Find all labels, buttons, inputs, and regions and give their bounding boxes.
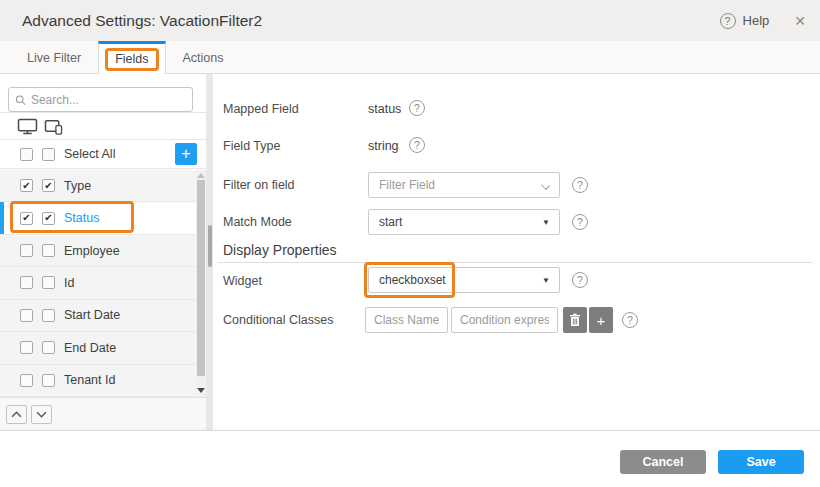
field-row-label: Status bbox=[64, 211, 99, 225]
conditional-classes-label: Conditional Classes bbox=[223, 313, 333, 327]
field-row-label: Tenant Id bbox=[64, 373, 115, 387]
header-actions: ? Help ✕ bbox=[720, 0, 806, 41]
sidebar-footer bbox=[0, 397, 206, 430]
select-all-mobile-checkbox[interactable] bbox=[42, 148, 55, 161]
filter-on-field-help-icon[interactable]: ? bbox=[572, 177, 588, 193]
start-date-mobile-checkbox[interactable] bbox=[42, 309, 55, 322]
class-name-input[interactable] bbox=[365, 307, 448, 333]
status-mobile-checkbox[interactable] bbox=[42, 212, 55, 225]
advanced-settings-dialog: Advanced Settings: VacationFilter2 ? Hel… bbox=[0, 0, 820, 487]
dialog-header: Advanced Settings: VacationFilter2 ? Hel… bbox=[0, 0, 820, 41]
tenant-id-mobile-checkbox[interactable] bbox=[42, 374, 55, 387]
field-type-help-icon[interactable]: ? bbox=[409, 137, 425, 153]
fields-sidebar: Select All + Type Status Employee bbox=[0, 74, 206, 430]
field-row-end-date[interactable]: End Date bbox=[0, 332, 206, 364]
chevron-down-icon bbox=[541, 181, 550, 190]
display-properties-heading: Display Properties bbox=[223, 242, 337, 258]
field-row-label: Start Date bbox=[64, 308, 120, 322]
field-row-status[interactable]: Status bbox=[0, 202, 206, 234]
field-row-employee[interactable]: Employee bbox=[0, 235, 206, 267]
device-toggle-row bbox=[0, 113, 206, 140]
panel-scrollbar bbox=[206, 74, 213, 430]
chevron-up-icon bbox=[11, 411, 22, 418]
page-title: Advanced Settings: VacationFilter2 bbox=[22, 12, 262, 30]
scroll-down-icon[interactable] bbox=[197, 388, 205, 393]
type-mobile-checkbox[interactable] bbox=[42, 179, 55, 192]
select-all-web-checkbox[interactable] bbox=[20, 148, 33, 161]
id-mobile-checkbox[interactable] bbox=[42, 276, 55, 289]
section-divider bbox=[218, 262, 812, 263]
tab-live-filter[interactable]: Live Filter bbox=[10, 41, 98, 74]
tab-actions-label: Actions bbox=[183, 51, 224, 65]
select-all-label: Select All bbox=[64, 147, 115, 161]
chevron-down-icon bbox=[36, 411, 47, 418]
save-button[interactable]: Save bbox=[718, 450, 804, 474]
field-type-label: Field Type bbox=[223, 139, 280, 153]
field-settings-panel: Mapped Field status ? Field Type string … bbox=[213, 74, 820, 430]
widget-label: Widget bbox=[223, 274, 262, 288]
status-web-checkbox[interactable] bbox=[20, 212, 33, 225]
search-icon bbox=[15, 94, 26, 106]
widget-select[interactable]: checkboxset ▼ bbox=[368, 267, 560, 293]
filter-on-field-select[interactable]: Filter Field bbox=[368, 172, 560, 198]
dialog-footer: Cancel Save bbox=[0, 430, 820, 487]
cancel-button[interactable]: Cancel bbox=[620, 450, 706, 474]
sidebar-scrollbar bbox=[196, 170, 206, 397]
tenant-id-web-checkbox[interactable] bbox=[20, 374, 33, 387]
panel-scrollbar-thumb[interactable] bbox=[208, 225, 212, 267]
add-condition-button[interactable]: + bbox=[589, 307, 613, 333]
field-row-type[interactable]: Type bbox=[0, 170, 206, 202]
field-type-value: string bbox=[368, 139, 399, 153]
add-field-button[interactable]: + bbox=[175, 143, 197, 165]
close-icon[interactable]: ✕ bbox=[794, 13, 806, 29]
match-mode-label: Match Mode bbox=[223, 215, 292, 229]
filter-on-field-label: Filter on field bbox=[223, 178, 295, 192]
tab-fields[interactable]: Fields bbox=[98, 41, 165, 74]
select-all-row[interactable]: Select All + bbox=[0, 140, 206, 169]
help-link[interactable]: Help bbox=[743, 13, 770, 28]
field-row-label: Id bbox=[64, 276, 74, 290]
mobile-tablet-icon[interactable] bbox=[44, 118, 64, 135]
conditional-classes-help-icon[interactable]: ? bbox=[622, 312, 638, 328]
field-list: Type Status Employee Id Start Date bbox=[0, 170, 206, 397]
condition-expression-input[interactable] bbox=[451, 307, 558, 333]
end-date-mobile-checkbox[interactable] bbox=[42, 341, 55, 354]
desktop-icon[interactable] bbox=[17, 118, 38, 135]
help-icon[interactable]: ? bbox=[720, 13, 736, 29]
tab-actions[interactable]: Actions bbox=[166, 41, 241, 74]
employee-web-checkbox[interactable] bbox=[20, 244, 33, 257]
scroll-up-icon[interactable] bbox=[197, 173, 205, 178]
field-row-id[interactable]: Id bbox=[0, 267, 206, 299]
field-row-label: Employee bbox=[64, 244, 120, 258]
delete-condition-button[interactable] bbox=[563, 307, 587, 333]
annotation-fields-tab: Fields bbox=[105, 48, 158, 71]
type-web-checkbox[interactable] bbox=[20, 179, 33, 192]
tab-bar: Live Filter Fields Actions bbox=[0, 41, 820, 74]
widget-help-icon[interactable]: ? bbox=[572, 272, 588, 288]
search-row bbox=[0, 74, 206, 113]
mapped-field-label: Mapped Field bbox=[223, 102, 299, 116]
dropdown-arrow-icon: ▼ bbox=[542, 218, 550, 227]
match-mode-help-icon[interactable]: ? bbox=[572, 214, 588, 230]
mapped-field-help-icon[interactable]: ? bbox=[409, 100, 425, 116]
field-row-label: End Date bbox=[64, 341, 116, 355]
match-mode-select[interactable]: start ▼ bbox=[368, 209, 560, 235]
search-input[interactable] bbox=[31, 93, 186, 107]
end-date-web-checkbox[interactable] bbox=[20, 341, 33, 354]
tab-live-filter-label: Live Filter bbox=[27, 51, 81, 65]
field-row-start-date[interactable]: Start Date bbox=[0, 300, 206, 332]
start-date-web-checkbox[interactable] bbox=[20, 309, 33, 322]
field-row-tenant-id[interactable]: Tenant Id bbox=[0, 365, 206, 397]
id-web-checkbox[interactable] bbox=[20, 276, 33, 289]
move-down-button[interactable] bbox=[31, 405, 52, 424]
filter-on-field-placeholder: Filter Field bbox=[379, 178, 435, 192]
match-mode-value: start bbox=[379, 215, 402, 229]
sidebar-scrollbar-thumb[interactable] bbox=[197, 180, 205, 376]
search-box bbox=[8, 87, 193, 112]
widget-value: checkboxset bbox=[379, 273, 446, 287]
field-row-label: Type bbox=[64, 179, 91, 193]
dropdown-arrow-icon: ▼ bbox=[542, 276, 550, 285]
tab-fields-label: Fields bbox=[115, 52, 148, 66]
move-up-button[interactable] bbox=[6, 405, 27, 424]
employee-mobile-checkbox[interactable] bbox=[42, 244, 55, 257]
